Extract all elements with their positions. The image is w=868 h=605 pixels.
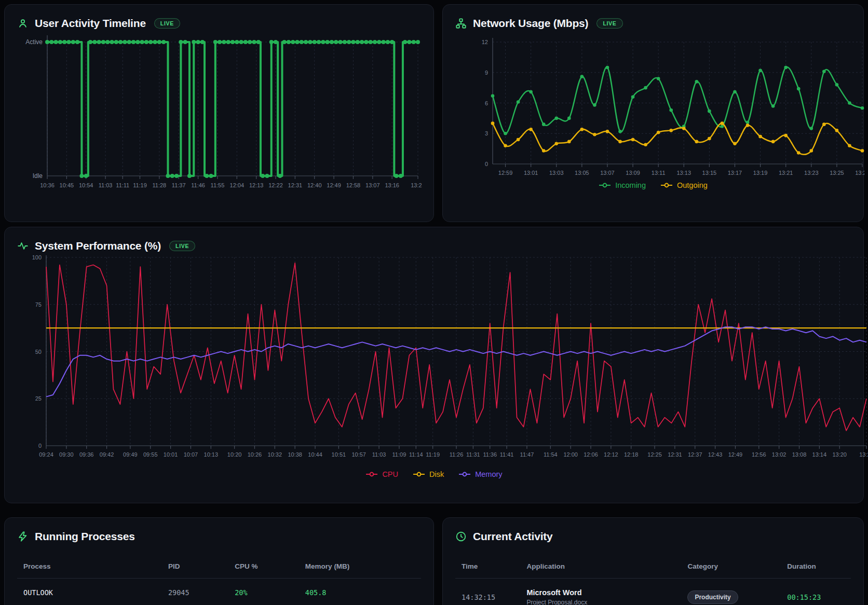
- user-icon: [17, 18, 29, 29]
- x-tick-label: 12:00: [563, 451, 578, 458]
- activity-table-header: Time Application Category Duration: [455, 562, 851, 579]
- panel-user-activity-timeline: User Activity Timeline LIVE 10:3610:4510…: [4, 4, 434, 222]
- x-tick-label: 12:13: [249, 182, 264, 188]
- column-header-pid: PID: [168, 562, 235, 570]
- legend-item-disk[interactable]: Disk: [413, 470, 444, 478]
- x-tick-label: 12:40: [307, 182, 322, 188]
- column-header-duration: Duration: [787, 562, 845, 570]
- legend-item-outgoing[interactable]: Outgoing: [660, 181, 708, 189]
- x-tick-label: 10:44: [308, 451, 322, 458]
- y-tick-label: 9: [485, 70, 488, 76]
- column-header-process: Process: [23, 562, 168, 570]
- y-tick-label: 6: [485, 100, 488, 106]
- column-header-category: Category: [687, 562, 787, 570]
- x-tick-label: 13:28: [859, 451, 868, 458]
- x-tick-label: 13:28: [411, 182, 422, 188]
- x-tick-label: 13:13: [677, 170, 691, 176]
- x-tick-label: 13:17: [728, 170, 742, 176]
- x-tick-label: 10:51: [332, 451, 346, 458]
- x-tick-label: 10:20: [227, 451, 242, 458]
- activity-time: 14:32:15: [462, 593, 526, 601]
- x-tick-label: 11:55: [211, 182, 225, 188]
- x-tick-label: 11:47: [520, 451, 534, 458]
- legend-item-memory[interactable]: Memory: [458, 470, 502, 478]
- x-tick-label: 11:11: [116, 182, 129, 188]
- panel-header: System Performance (%) LIVE: [5, 227, 863, 252]
- x-tick-label: 11:26: [450, 451, 464, 458]
- y-tick-label: 0: [38, 443, 42, 449]
- x-tick-label: 13:25: [830, 170, 844, 176]
- column-header-application: Application: [526, 562, 687, 570]
- legend-label: Disk: [429, 470, 444, 478]
- live-badge: LIVE: [169, 241, 195, 251]
- x-tick-label: 09:36: [79, 451, 94, 458]
- x-tick-label: 12:31: [668, 451, 682, 458]
- legend-marker: [660, 183, 673, 188]
- network-legend: Incoming Outgoing: [443, 181, 863, 189]
- lightning-bolt-icon: [17, 531, 29, 542]
- x-tick-label: 10:38: [288, 451, 302, 458]
- process-row: OUTLOOK 29045 20% 405.8: [17, 579, 421, 605]
- x-tick-label: 13:15: [702, 170, 717, 176]
- y-axis-label-active: Active: [25, 38, 43, 46]
- x-tick-label: 13:21: [779, 170, 793, 176]
- activity-application: Microsoft Word Project Proposal.docx: [526, 588, 687, 605]
- x-tick-label: 13:19: [753, 170, 768, 176]
- y-tick-label: 75: [35, 301, 42, 308]
- column-header-time: Time: [462, 562, 526, 570]
- x-tick-label: 09:49: [123, 451, 138, 458]
- panel-title: Current Activity: [473, 530, 553, 543]
- x-tick-label: 10:26: [248, 451, 262, 458]
- x-tick-label: 09:42: [100, 451, 114, 458]
- activity-duration: 00:15:23: [787, 593, 845, 601]
- x-tick-label: 11:14: [409, 451, 423, 458]
- x-tick-label: 13:27: [855, 170, 864, 176]
- network-usage-chart[interactable]: 03691212:5913:0113:0313:0513:0713:0913:1…: [455, 30, 864, 180]
- x-tick-label: 11:28: [153, 182, 167, 188]
- x-tick-label: 12:43: [708, 451, 723, 458]
- panel-system-performance: System Performance (%) LIVE 025507510009…: [4, 227, 864, 503]
- x-tick-label: 13:07: [365, 182, 380, 188]
- y-tick-label: 12: [482, 39, 488, 45]
- x-tick-label: 13:23: [804, 170, 819, 176]
- x-tick-label: 09:24: [39, 451, 53, 458]
- x-tick-label: 12:04: [230, 182, 245, 188]
- x-tick-label: 13:07: [600, 170, 615, 176]
- x-tick-label: 13:20: [832, 451, 847, 458]
- x-tick-label: 11:19: [133, 182, 147, 188]
- x-tick-label: 10:36: [40, 182, 55, 188]
- x-tick-label: 11:03: [99, 182, 113, 188]
- legend-label: Outgoing: [677, 181, 708, 189]
- application-name: Microsoft Word: [526, 588, 687, 597]
- x-tick-label: 13:14: [812, 451, 827, 458]
- x-tick-label: 13:05: [575, 170, 589, 176]
- processes-table-header: Process PID CPU % Memory (MB): [17, 562, 421, 579]
- legend-marker: [365, 472, 378, 477]
- panel-current-activity: Current Activity Time Application Catego…: [442, 517, 864, 605]
- panel-header: Running Processes: [5, 518, 433, 543]
- panel-title: System Performance (%): [35, 240, 161, 252]
- system-performance-chart[interactable]: 025507510009:2409:3009:3609:4209:4909:55…: [17, 252, 868, 466]
- x-tick-label: 12:49: [728, 451, 743, 458]
- legend-item-cpu[interactable]: CPU: [365, 470, 398, 478]
- y-tick-label: 50: [35, 349, 42, 355]
- clock-icon: [455, 531, 467, 542]
- x-tick-label: 11:03: [372, 451, 386, 458]
- user-activity-timeline-chart[interactable]: 10:3610:4510:5411:0311:1111:1911:2811:37…: [17, 32, 422, 203]
- system-legend: CPU Disk Memory: [5, 470, 863, 478]
- process-name: OUTLOOK: [23, 588, 168, 597]
- x-tick-label: 12:56: [752, 451, 766, 458]
- processes-table: Process PID CPU % Memory (MB) OUTLOOK 29…: [17, 562, 421, 605]
- x-tick-label: 13:02: [772, 451, 786, 458]
- x-tick-label: 13:01: [524, 170, 538, 176]
- x-tick-label: 11:19: [426, 451, 440, 458]
- activity-category-cell: Productivity: [687, 590, 787, 604]
- legend-marker: [413, 472, 425, 477]
- x-tick-label: 10:57: [351, 451, 366, 458]
- x-tick-label: 11:31: [466, 451, 480, 458]
- legend-marker: [599, 183, 611, 188]
- legend-item-incoming[interactable]: Incoming: [599, 181, 646, 189]
- x-tick-label: 12:18: [624, 451, 639, 458]
- pulse-icon: [17, 240, 29, 252]
- activity-row: 14:32:15 Microsoft Word Project Proposal…: [455, 579, 851, 605]
